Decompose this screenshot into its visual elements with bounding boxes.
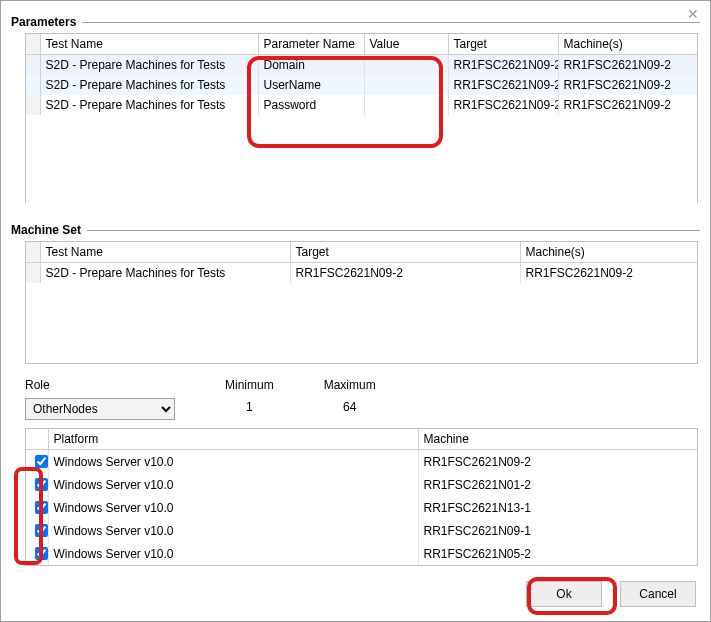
cell-platform: Windows Server v10.0 (48, 450, 418, 474)
table-row[interactable]: S2D - Prepare Machines for TestsRR1FSC26… (26, 263, 697, 284)
cell-machine: RR1FSC2621N01-2 (418, 473, 697, 496)
cell-value[interactable] (364, 75, 448, 95)
maximum-label: Maximum (324, 378, 376, 392)
cell-platform: Windows Server v10.0 (48, 542, 418, 565)
cell-machine: RR1FSC2621N09-2 (418, 450, 697, 474)
cell-value[interactable] (364, 95, 448, 115)
table-row[interactable]: Windows Server v10.0RR1FSC2621N13-1 (26, 496, 697, 519)
col-target[interactable]: Target (448, 34, 558, 55)
col-parameter-name[interactable]: Parameter Name (258, 34, 364, 55)
col-platform[interactable]: Platform (48, 429, 418, 450)
role-select[interactable]: OtherNodes (25, 398, 175, 420)
mset-col-test-name[interactable]: Test Name (40, 242, 290, 263)
close-icon[interactable]: ✕ (684, 5, 702, 23)
cell-machine: RR1FSC2621N13-1 (418, 496, 697, 519)
col-value[interactable]: Value (364, 34, 448, 55)
maximum-value: 64 (343, 398, 356, 414)
cell-machine: RR1FSC2621N09-2 (558, 55, 697, 76)
cell-platform: Windows Server v10.0 (48, 473, 418, 496)
cell-machine: RR1FSC2621N09-2 (558, 75, 697, 95)
table-row[interactable]: Windows Server v10.0RR1FSC2621N09-2 (26, 450, 697, 474)
cell-target: RR1FSC2621N09-2 (448, 95, 558, 115)
cell-value[interactable] (364, 55, 448, 76)
table-row[interactable]: Windows Server v10.0RR1FSC2621N05-2 (26, 542, 697, 565)
minimum-label: Minimum (225, 378, 274, 392)
cell-parameter-name: Domain (258, 55, 364, 76)
ok-button[interactable]: Ok (526, 581, 602, 607)
col-test-name[interactable]: Test Name (40, 34, 258, 55)
parameters-table[interactable]: Test Name Parameter Name Value Target Ma… (25, 33, 698, 203)
parameters-group-label: Parameters (11, 15, 700, 29)
platform-checkbox[interactable] (35, 478, 48, 491)
table-row[interactable]: S2D - Prepare Machines for TestsUserName… (26, 75, 697, 95)
cell-test-name: S2D - Prepare Machines for Tests (40, 95, 258, 115)
mset-col-machines[interactable]: Machine(s) (520, 242, 697, 263)
cell-target: RR1FSC2621N09-2 (448, 75, 558, 95)
platform-checkbox[interactable] (35, 455, 48, 468)
cell-target: RR1FSC2621N09-2 (290, 263, 520, 284)
mset-col-target[interactable]: Target (290, 242, 520, 263)
cell-test-name: S2D - Prepare Machines for Tests (40, 55, 258, 76)
machine-set-table[interactable]: Test Name Target Machine(s) S2D - Prepar… (25, 241, 698, 364)
cell-machine: RR1FSC2621N09-2 (558, 95, 697, 115)
minimum-value: 1 (246, 398, 253, 414)
platform-checkbox[interactable] (35, 501, 48, 514)
table-row[interactable]: S2D - Prepare Machines for TestsDomainRR… (26, 55, 697, 76)
cell-target: RR1FSC2621N09-2 (448, 55, 558, 76)
cancel-button[interactable]: Cancel (620, 581, 696, 607)
machine-set-group-label: Machine Set (11, 223, 700, 237)
table-row[interactable]: Windows Server v10.0RR1FSC2621N09-1 (26, 519, 697, 542)
cell-platform: Windows Server v10.0 (48, 496, 418, 519)
cell-parameter-name: UserName (258, 75, 364, 95)
platform-checkbox[interactable] (35, 547, 48, 560)
cell-test-name: S2D - Prepare Machines for Tests (40, 263, 290, 284)
col-machines[interactable]: Machine(s) (558, 34, 697, 55)
cell-test-name: S2D - Prepare Machines for Tests (40, 75, 258, 95)
col-machine[interactable]: Machine (418, 429, 697, 450)
cell-machine: RR1FSC2621N09-2 (520, 263, 697, 284)
platform-checkbox[interactable] (35, 524, 48, 537)
cell-platform: Windows Server v10.0 (48, 519, 418, 542)
role-label: Role (25, 378, 50, 392)
cell-machine: RR1FSC2621N05-2 (418, 542, 697, 565)
table-row[interactable]: Windows Server v10.0RR1FSC2621N01-2 (26, 473, 697, 496)
platform-table[interactable]: Platform Machine Windows Server v10.0RR1… (25, 428, 698, 566)
table-row[interactable]: S2D - Prepare Machines for TestsPassword… (26, 95, 697, 115)
cell-machine: RR1FSC2621N09-1 (418, 519, 697, 542)
cell-parameter-name: Password (258, 95, 364, 115)
